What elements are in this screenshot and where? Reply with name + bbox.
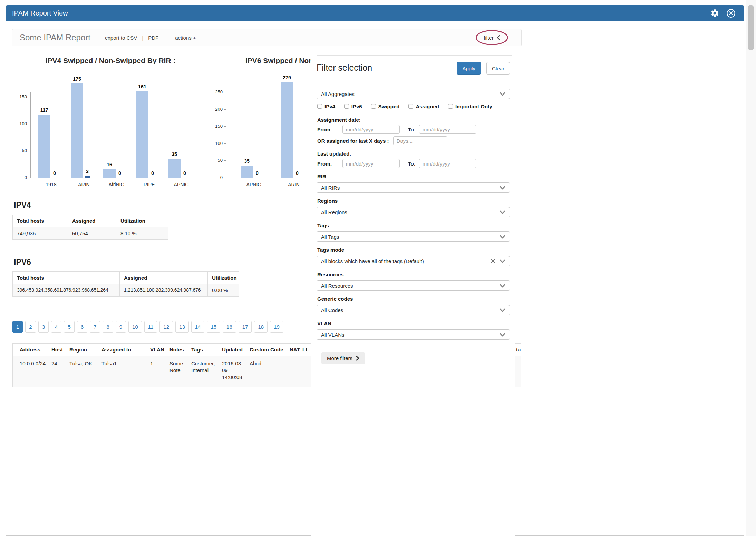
assignment-to-input[interactable] [419, 125, 476, 134]
y-tick-mark [28, 97, 30, 97]
from-label: From: [317, 161, 332, 167]
page-button-11[interactable]: 11 [144, 321, 157, 333]
y-tick-label: 0 [11, 175, 27, 180]
type-checkbox-row: IPv4 IPv6 Swipped Assigned Important Onl… [317, 103, 492, 110]
records-col-header: Host [51, 347, 63, 353]
regions-select[interactable]: All Regions [317, 207, 510, 217]
checkbox-ipv4[interactable]: IPv4 [317, 103, 335, 109]
titlebar-icons [710, 9, 736, 18]
actions-menu[interactable]: actions + [175, 35, 196, 41]
scrollbar-thumb[interactable] [748, 5, 754, 50]
ipv6-assigned: 1,213,851,100,282,309,624,987,676 [120, 284, 208, 297]
assignment-from-input[interactable] [342, 125, 400, 134]
export-csv-link[interactable]: export to CSV [105, 35, 137, 41]
vlan-select[interactable]: All VLANs [317, 329, 510, 340]
last-updated-from-input[interactable] [342, 159, 400, 168]
checkbox-ipv6[interactable]: IPv6 [344, 103, 362, 109]
checkbox-box[interactable] [371, 104, 376, 109]
bar-value-label: 35 [234, 158, 259, 164]
xdays-input[interactable] [393, 136, 447, 145]
page-button-12[interactable]: 12 [159, 321, 173, 333]
checkbox-box[interactable] [317, 104, 322, 109]
page-button-10[interactable]: 10 [128, 321, 142, 333]
page-button-9[interactable]: 9 [116, 321, 126, 333]
chevron-left-icon [496, 35, 500, 40]
panel-divider [317, 55, 512, 56]
page-button-3[interactable]: 3 [38, 321, 49, 333]
regions-value: All Regions [321, 209, 495, 215]
records-cell: 1 [150, 360, 167, 367]
x-category-label: AfriNIC [99, 182, 134, 188]
pdf-link[interactable]: PDF [148, 35, 158, 41]
page-button-16[interactable]: 16 [223, 321, 236, 333]
rir-select[interactable]: All RIRs [317, 182, 510, 193]
page-button-5[interactable]: 5 [64, 321, 74, 333]
records-cell: Tulsa, OK [69, 360, 100, 367]
x-category-label: ARIN [277, 182, 311, 188]
resources-value: All Resources [321, 283, 495, 289]
apply-button[interactable]: Apply [457, 62, 481, 75]
ipv4-utilization: 8.10 % [116, 227, 168, 240]
checkbox-swipped[interactable]: Swipped [371, 103, 400, 109]
bar-value-label: 117 [32, 107, 57, 113]
y-tick-label: 50 [11, 148, 27, 153]
resources-select[interactable]: All Resources [317, 280, 510, 291]
chevron-down-icon [500, 186, 505, 190]
y-tick-label: 150 [207, 123, 223, 129]
chevron-down-icon [500, 235, 505, 239]
bar-value-label: 0 [285, 170, 310, 176]
tags-mode-select[interactable]: All blocks which have all of the tags (D… [317, 256, 510, 266]
x-category-label: ARIN [67, 182, 101, 188]
last-updated-to-input[interactable] [419, 159, 476, 168]
browser-scrollbar[interactable] [746, 0, 756, 536]
last-updated-label: Last updated: [317, 151, 351, 157]
y-tick-mark [224, 92, 226, 92]
col-utilization: Utilization [116, 215, 168, 227]
generic-codes-select[interactable]: All Codes [317, 305, 510, 315]
page-button-18[interactable]: 18 [254, 321, 268, 333]
assignment-date-row: From: To: [317, 125, 476, 134]
checkbox-assigned[interactable]: Assigned [408, 103, 439, 109]
toolbar-separator: | [142, 35, 143, 41]
checkbox-important-only[interactable]: Important Only [448, 103, 492, 109]
y-tick-label: 50 [207, 158, 223, 163]
checkbox-label: IPv4 [324, 103, 335, 109]
records-col-header: Address [20, 347, 40, 353]
page-button-4[interactable]: 4 [51, 321, 61, 333]
chevron-down-icon [500, 92, 505, 96]
more-filters-button[interactable]: More filters [321, 352, 365, 364]
records-cell: 10.0.0.0/24 [20, 360, 49, 367]
gear-icon[interactable] [710, 9, 719, 18]
ipv4-summary-header-row: Total hosts Assigned Utilization [13, 215, 168, 227]
close-icon[interactable] [726, 9, 736, 18]
clear-selection-icon[interactable] [491, 259, 495, 264]
page-button-6[interactable]: 6 [77, 321, 87, 333]
pagination: 12345678910111213141516171819 [12, 321, 283, 333]
page-button-19[interactable]: 19 [270, 321, 283, 333]
page-button-8[interactable]: 8 [103, 321, 113, 333]
checkbox-label: Important Only [455, 103, 492, 109]
report-toolbar: Some IPAM Report export to CSV | PDF act… [12, 29, 522, 46]
page-button-17[interactable]: 17 [239, 321, 252, 333]
ipv6-summary-table: Total hosts Assigned Utilization 396,453… [12, 271, 239, 297]
page-button-13[interactable]: 13 [175, 321, 189, 333]
page-button-1[interactable]: 1 [12, 321, 23, 333]
generic-codes-label: Generic codes [317, 296, 353, 302]
page-button-2[interactable]: 2 [25, 321, 36, 333]
col-total-hosts: Total hosts [13, 215, 68, 227]
checkbox-box[interactable] [448, 104, 453, 109]
checkbox-box[interactable] [344, 104, 349, 109]
page-button-7[interactable]: 7 [90, 321, 100, 333]
aggregates-select[interactable]: All Aggregates [317, 89, 510, 99]
tags-select[interactable]: All Tags [317, 231, 510, 242]
table-row: 396,453,924,358,601,876,923,968,651,264 … [13, 284, 239, 297]
aggregates-value: All Aggregates [321, 91, 495, 97]
page-button-15[interactable]: 15 [207, 321, 220, 333]
records-col-header: Updated [222, 347, 243, 353]
checkbox-box[interactable] [408, 104, 413, 109]
page-button-14[interactable]: 14 [191, 321, 205, 333]
chevron-down-icon [500, 308, 505, 312]
clear-button[interactable]: Clear [486, 62, 510, 75]
xdays-row: OR assigned for last X days : [317, 136, 447, 145]
filter-toggle[interactable]: filter [484, 35, 493, 41]
